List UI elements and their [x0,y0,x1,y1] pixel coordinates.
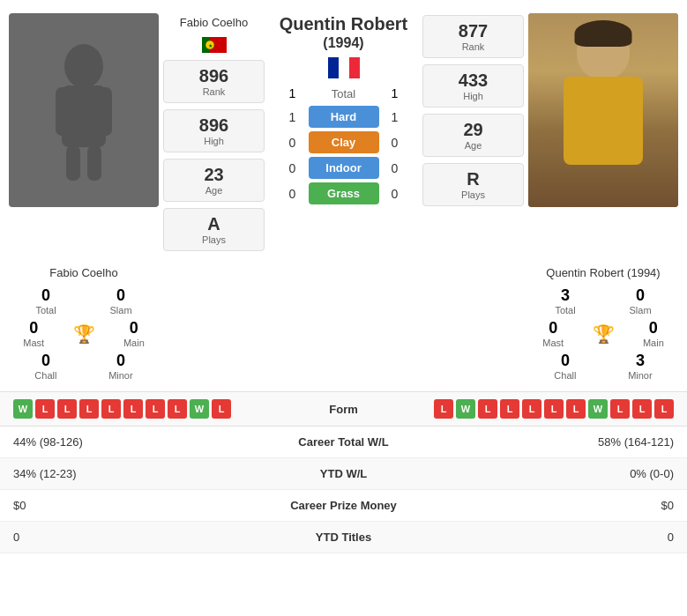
ytd-wl-label: YTD W/L [273,467,414,480]
p1-mast-lbl: Mast [23,338,44,348]
p2-hard-score: 1 [386,110,404,124]
p1-ytd-titles: 0 [13,531,273,544]
indoor-badge: Indoor [309,157,379,179]
p1-ytd-wl: 34% (12-23) [13,467,273,480]
p2-career-wl: 58% (164-121) [414,435,675,449]
total-row-actual: 1 Total 1 [284,86,404,100]
clay-row: 0 Clay 0 [273,131,414,153]
p1-minor-lbl: Minor [108,370,133,381]
p1-minor: 0 [108,352,133,370]
p1-chall-lbl: Chall [34,370,56,381]
form-badge-p1: L [123,399,143,419]
p2-mast-lbl: Mast [542,338,564,348]
form-badge-p1: L [146,399,165,419]
player1-flag: ★ [202,37,227,53]
form-label: Form [309,403,379,416]
player1-plays-value: A [169,214,258,234]
p1-prize: $0 [13,499,273,512]
prize-label: Career Prize Money [273,499,414,512]
form-badge-p1: W [190,399,209,419]
form-badge-p2: L [632,399,652,419]
stats-grid: 44% (98-126) Career Total W/L 58% (164-1… [0,427,687,553]
form-badge-p2: W [588,399,608,419]
player1-plays-label: Plays [169,234,258,245]
p1-main: 0 [123,319,145,338]
player2-stats-box: 877 Rank 433 High 29 Age R Plays [422,13,524,253]
p2-mast: 0 [542,319,564,338]
p1-slam-lbl: Slam [110,305,132,315]
p2-chall-lbl: Chall [554,370,576,381]
p1-total-v: 1 [284,86,302,100]
player2-rank-value: 877 [429,21,518,41]
form-badge-p2: L [434,399,453,419]
p1-chall: 0 [34,352,56,370]
form-badge-p1: L [35,399,55,419]
p2-ytd-wl: 0% (0-0) [414,467,675,480]
player2-lower-stats: 3 Total 0 Slam 0 Mast 🏆 0 Main [528,286,678,384]
svg-rect-4 [66,145,80,181]
form-badge-p2: L [654,399,674,419]
player1-form-badges: WLLLLLLLWL [13,399,304,419]
p1-total: 0 [35,286,56,305]
p1-career-wl: 44% (98-126) [13,435,273,449]
prize-row: $0 Career Prize Money $0 [0,490,687,522]
svg-rect-11 [339,57,349,78]
p2-main-lbl: Main [643,338,664,348]
player2-high-value: 433 [429,71,518,91]
form-badge-p2: L [500,399,519,419]
player1-rank-label: Rank [169,86,258,97]
player2-form-badges: LWLLLLLWLLL [384,399,675,419]
p2-minor: 3 [628,352,653,370]
svg-rect-5 [87,145,101,181]
svg-point-0 [64,44,103,88]
player2-rank-label: Rank [429,41,518,52]
form-badge-p1: L [212,399,231,419]
p2-clay-score: 0 [386,136,404,150]
ytd-titles-row: 0 YTD Titles 0 [0,522,687,553]
form-section: WLLLLLLLWL Form LWLLLLLWLLL [0,391,687,427]
p1-clay-score: 0 [284,136,302,150]
p2-indoor-score: 0 [386,161,404,175]
p1-mast: 0 [23,319,44,338]
player2-photo-name: Quentin Robert (1994) [528,266,678,279]
player1-age-label: Age [169,185,258,196]
player1-photo [9,13,159,207]
player1-photo-name: Fabio Coelho [9,266,159,279]
player2-plays-label: Plays [429,189,518,200]
form-badge-p2: L [566,399,586,419]
player2-flag [328,57,360,78]
p2-slam: 0 [630,286,652,305]
indoor-row: 0 Indoor 0 [273,157,414,179]
p2-prize: $0 [414,499,675,512]
player2-flag-box [328,57,360,78]
player2-name-text: Quentin Robert [280,14,408,33]
svg-rect-12 [349,57,360,78]
p1-total-lbl: Total [35,305,56,315]
player1-age-value: 23 [169,165,258,185]
player1-titles-area [269,266,418,279]
svg-rect-3 [96,87,112,136]
hard-row: 1 Hard 1 [273,106,414,128]
p2-chall: 0 [554,352,576,370]
p1-indoor-score: 0 [284,161,302,175]
form-badge-p1: L [101,399,121,419]
ytd-titles-label: YTD Titles [273,531,414,544]
grass-row: 0 Grass 0 [273,182,414,204]
form-badge-p2: L [478,399,497,419]
p1-grass-score: 0 [284,187,302,201]
career-wl-row: 44% (98-126) Career Total W/L 58% (164-1… [0,427,687,458]
player2-photo [528,13,678,207]
career-wl-label: Career Total W/L [273,435,414,449]
player2-age-value: 29 [429,120,518,140]
form-badge-p1: L [79,399,99,419]
p1-hard-score: 1 [284,110,302,124]
svg-rect-2 [56,87,71,136]
player1-flag-box: ★ [163,34,265,56]
form-badge-p2: L [610,399,630,419]
svg-rect-10 [328,57,339,78]
total-lbl: Total [309,87,379,100]
p2-total-lbl: Total [555,305,575,315]
ytd-wl-row: 34% (12-23) YTD W/L 0% (0-0) [0,458,687,490]
form-badge-p1: L [57,399,77,419]
player1-name-label: Fabio Coelho [163,13,265,32]
